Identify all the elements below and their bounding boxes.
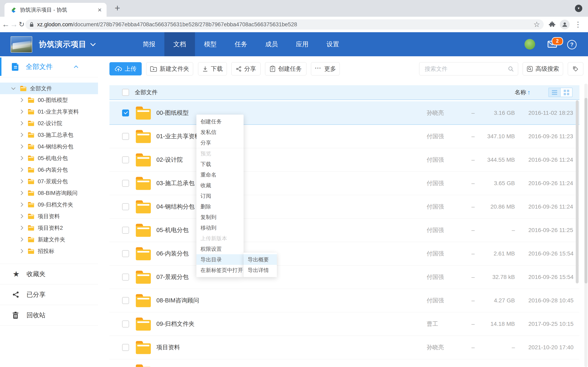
nav-tab[interactable]: 设置 xyxy=(318,32,348,56)
row-checkbox[interactable] xyxy=(122,203,129,210)
share-button[interactable]: 分享 xyxy=(231,62,260,75)
tree-item[interactable]: 项目资料 xyxy=(0,210,98,222)
table-row[interactable]: 06-内装分包 付国强 – 2.61 MB 2016-09-26 15:54 xyxy=(109,242,579,266)
nav-tab[interactable]: 文档 xyxy=(164,32,195,56)
tree-item[interactable]: 08-BIM咨询顾问 xyxy=(0,187,98,199)
table-row[interactable]: 项目资料 孙晓亮 – – 2021-10-20 17:40 xyxy=(109,336,579,359)
tree-item[interactable]: 09-归档文件夹 xyxy=(0,199,98,210)
chevron-collapsed-icon[interactable] xyxy=(19,191,23,195)
list-view-button[interactable] xyxy=(549,88,560,97)
tag-button[interactable] xyxy=(568,62,583,75)
table-row[interactable]: 02-设计院 付国强 – 344.55 MB 2016-09-26 11:24 xyxy=(109,148,579,172)
table-row[interactable]: 01-业主共享资料 付国强 – 347.10 MB 2016-09-26 11:… xyxy=(109,125,579,148)
collapse-icon[interactable] xyxy=(74,66,78,70)
table-row[interactable]: 08-BIM咨询顾问 付国强 – 4.27 GB 2016-09-28 10:4… xyxy=(109,289,579,312)
new-folder-button[interactable]: 新建文件夹 xyxy=(146,62,193,75)
tree-item[interactable]: 招投标 xyxy=(0,245,98,257)
table-row[interactable]: 00-图纸模型 孙晓亮 – 3.16 GB 2016-11-02 18:23 xyxy=(109,101,579,125)
nav-tab[interactable]: 简报 xyxy=(134,32,164,56)
context-menu-item[interactable]: 创建任务 xyxy=(196,116,243,127)
file-name[interactable]: 08-BIM咨询顾问 xyxy=(156,296,427,305)
chevron-collapsed-icon[interactable] xyxy=(19,167,23,172)
tree-item[interactable]: 项目资料2 xyxy=(0,222,98,234)
browser-menu-icon[interactable]: ⋮ xyxy=(573,17,583,32)
project-switcher[interactable]: 协筑演示项目 xyxy=(39,32,95,56)
new-tab-button[interactable]: + xyxy=(111,0,123,17)
browser-tab[interactable]: 协筑演示项目 - 协筑 × xyxy=(4,3,107,17)
search-input[interactable] xyxy=(424,63,503,75)
chevron-collapsed-icon[interactable] xyxy=(19,249,23,253)
context-menu-item[interactable]: 收藏 xyxy=(196,180,243,191)
table-row[interactable]: 05-机电分包 付国强 – – 2016-09-26 11:25 xyxy=(109,218,579,242)
sidebar-item-shared[interactable]: 已分享 xyxy=(0,284,98,305)
context-menu-item[interactable]: 上传新版本 xyxy=(196,233,243,244)
chevron-expanded-icon[interactable] xyxy=(11,86,16,90)
select-all-checkbox[interactable] xyxy=(122,89,129,96)
chevron-collapsed-icon[interactable] xyxy=(19,214,23,218)
tree-item[interactable]: 00-图纸模型 xyxy=(0,94,98,106)
context-menu-item[interactable]: 下载 xyxy=(196,159,243,169)
window-scrollbar-thumb[interactable] xyxy=(585,98,587,284)
tree-root[interactable]: 全部文件 xyxy=(0,83,98,94)
row-checkbox[interactable] xyxy=(122,344,129,351)
chevron-collapsed-icon[interactable] xyxy=(19,202,23,207)
table-row[interactable]: 09-归档文件夹 曹工 – 14.18 MB 2017-09-25 10:15 xyxy=(109,312,579,336)
row-checkbox[interactable] xyxy=(122,250,129,257)
advanced-search-button[interactable]: 高级搜索 xyxy=(523,62,563,75)
chevron-collapsed-icon[interactable] xyxy=(19,156,23,160)
context-menu-item[interactable]: 重命名 xyxy=(196,169,243,180)
forward-icon[interactable]: → xyxy=(10,17,18,32)
table-row-partial[interactable] xyxy=(109,359,579,367)
create-task-button[interactable]: 创建任务 xyxy=(265,62,306,75)
tab-search-icon[interactable]: ▾ xyxy=(575,5,582,12)
bookmark-star-icon[interactable]: ☆ xyxy=(534,20,540,29)
context-menu-item[interactable]: 预览 xyxy=(196,148,243,159)
profile-icon[interactable] xyxy=(559,17,571,32)
context-menu-item[interactable]: 分享 xyxy=(196,137,243,148)
row-checkbox[interactable] xyxy=(122,109,129,117)
tab-close-icon[interactable]: × xyxy=(98,3,102,17)
context-menu-item[interactable]: 移动到 xyxy=(196,222,243,233)
context-menu-item[interactable]: 导出目录 xyxy=(196,254,243,265)
row-checkbox[interactable] xyxy=(122,156,129,163)
sidebar-item-favorites[interactable]: ★ 收藏夹 xyxy=(0,264,98,284)
tree-item[interactable]: 01-业主共享资料 xyxy=(0,106,98,117)
file-name[interactable]: 项目资料 xyxy=(156,343,427,351)
chevron-collapsed-icon[interactable] xyxy=(19,226,23,230)
row-checkbox[interactable] xyxy=(122,297,129,304)
context-menu-item[interactable]: 删除 xyxy=(196,201,243,212)
address-bar[interactable]: xz.glodon.com/document/278b7967ebba4708a… xyxy=(25,19,544,30)
nav-tab[interactable]: 模型 xyxy=(195,32,226,56)
chevron-collapsed-icon[interactable] xyxy=(19,179,23,184)
chevron-collapsed-icon[interactable] xyxy=(19,237,23,242)
tree-item[interactable]: 07-景观分包 xyxy=(0,175,98,187)
upload-button[interactable]: 上传 xyxy=(109,62,142,75)
table-row[interactable]: 07-景观分包 付国强 – 32.78 kB 2016-09-26 15:54 xyxy=(109,266,579,289)
context-menu-item[interactable]: 订阅 xyxy=(196,191,243,201)
reload-icon[interactable]: ↻ xyxy=(17,17,26,32)
tree-item[interactable]: 新建文件夹 xyxy=(0,234,98,245)
context-menu-item[interactable]: 复制到 xyxy=(196,212,243,222)
back-icon[interactable]: ← xyxy=(2,17,10,32)
tree-item[interactable]: 06-内装分包 xyxy=(0,164,98,175)
project-thumbnail[interactable] xyxy=(11,36,32,53)
grid-view-button[interactable] xyxy=(560,88,572,97)
window-scrollbar[interactable] xyxy=(584,83,588,367)
nav-tab[interactable]: 任务 xyxy=(226,32,256,56)
sort-ascending-icon[interactable]: ↑ xyxy=(527,89,530,96)
row-checkbox[interactable] xyxy=(122,133,129,140)
row-checkbox[interactable] xyxy=(122,227,129,234)
chevron-collapsed-icon[interactable] xyxy=(19,109,23,114)
table-row[interactable]: 03-施工总承包 付国强 – 3.65 GB 2016-09-26 11:24 xyxy=(109,172,579,195)
tree-item[interactable]: 04-钢结构分包 xyxy=(0,141,98,152)
tree-item[interactable]: 05-机电分包 xyxy=(0,152,98,164)
sidebar-item-recycle[interactable]: 回收站 xyxy=(0,305,98,325)
context-menu-item[interactable]: 权限设置 xyxy=(196,244,243,254)
table-scrollbar[interactable] xyxy=(576,100,579,284)
row-checkbox[interactable] xyxy=(122,274,129,281)
context-menu-item[interactable]: 发私信 xyxy=(196,127,243,137)
file-name[interactable]: 09-归档文件夹 xyxy=(156,320,427,328)
tree-item[interactable]: 03-施工总承包 xyxy=(0,129,98,141)
table-row[interactable]: 04-钢结构分包 付国强 – 20.86 MB 2016-09-26 11:24 xyxy=(109,195,579,218)
chevron-collapsed-icon[interactable] xyxy=(19,133,23,137)
